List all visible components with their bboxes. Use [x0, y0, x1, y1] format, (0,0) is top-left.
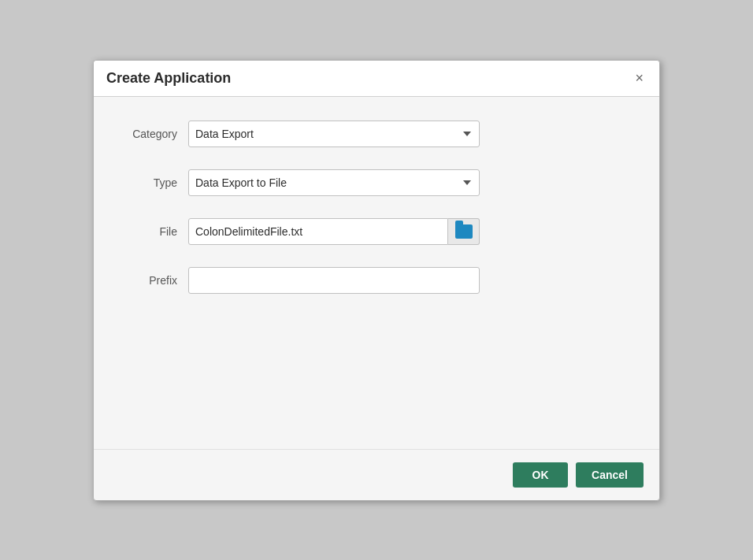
ok-button[interactable]: OK [513, 462, 568, 488]
category-select[interactable]: Data Export [188, 121, 480, 147]
dialog-body: Category Data Export Type Data Export to… [94, 97, 659, 449]
dialog-title: Create Application [106, 70, 231, 87]
prefix-input[interactable] [188, 267, 480, 294]
cancel-button[interactable]: Cancel [576, 462, 644, 488]
create-application-dialog: Create Application × Category Data Expor… [93, 60, 660, 501]
file-label: File [125, 225, 188, 238]
category-control-wrap: Data Export [188, 121, 628, 147]
category-label: Category [125, 128, 188, 140]
file-control-wrap [188, 218, 628, 245]
file-input-group [188, 218, 480, 245]
file-browse-button[interactable] [448, 218, 480, 245]
dialog-header: Create Application × [94, 61, 659, 97]
type-row: Type Data Export to File [125, 169, 628, 196]
file-input[interactable] [188, 218, 448, 245]
folder-icon [455, 224, 473, 239]
close-button[interactable]: × [632, 71, 647, 85]
type-select[interactable]: Data Export to File [188, 169, 480, 196]
prefix-row: Prefix [125, 267, 628, 294]
prefix-label: Prefix [125, 274, 188, 287]
prefix-control-wrap [188, 267, 628, 294]
category-row: Category Data Export [125, 121, 628, 147]
type-label: Type [125, 176, 188, 189]
type-control-wrap: Data Export to File [188, 169, 628, 196]
file-row: File [125, 218, 628, 245]
dialog-footer: OK Cancel [94, 449, 659, 500]
